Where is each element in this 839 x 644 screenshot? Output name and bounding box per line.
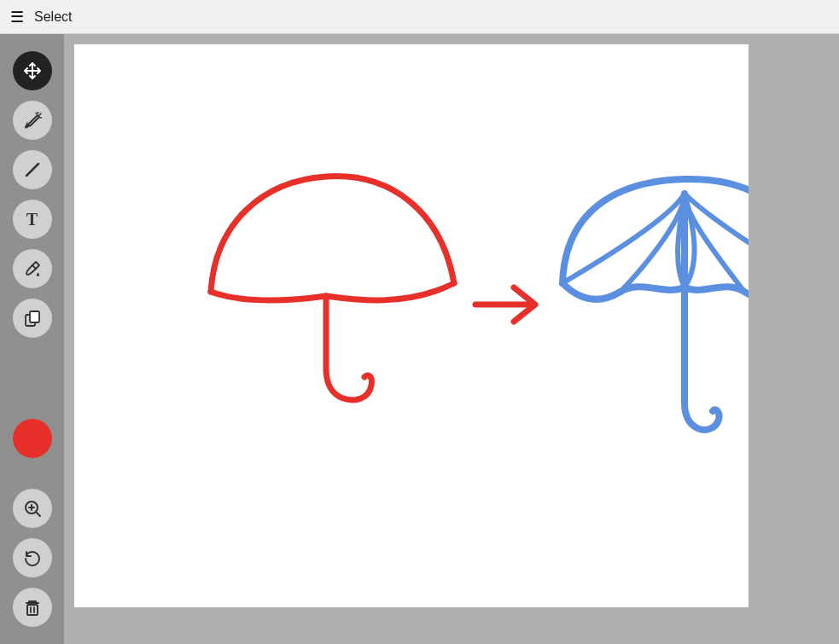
move-tool[interactable] bbox=[13, 51, 52, 90]
line-icon bbox=[23, 160, 42, 179]
move-icon bbox=[23, 61, 42, 80]
line-tool[interactable] bbox=[13, 150, 52, 189]
text-icon: T bbox=[26, 210, 38, 229]
trash-icon bbox=[23, 598, 42, 617]
fill-icon bbox=[23, 259, 42, 278]
svg-point-0 bbox=[25, 126, 27, 129]
copy-icon bbox=[23, 309, 42, 328]
menu-icon[interactable]: ☰ bbox=[10, 8, 24, 26]
fill-tool[interactable] bbox=[13, 249, 52, 288]
page-title: Select bbox=[34, 9, 72, 25]
svg-rect-4 bbox=[27, 605, 38, 615]
pen-tool[interactable] bbox=[13, 101, 52, 140]
header: ☰ Select bbox=[0, 0, 839, 34]
canvas-area bbox=[64, 34, 839, 644]
sidebar: T bbox=[0, 34, 64, 644]
drawing-svg bbox=[74, 44, 749, 607]
text-tool[interactable]: T bbox=[13, 200, 52, 239]
undo-icon bbox=[23, 548, 42, 567]
zoom-tool[interactable] bbox=[13, 489, 52, 528]
zoom-icon bbox=[23, 499, 42, 518]
svg-rect-2 bbox=[30, 311, 39, 322]
color-picker[interactable] bbox=[13, 419, 52, 458]
pen-icon bbox=[23, 111, 42, 130]
undo-button[interactable] bbox=[13, 538, 52, 577]
delete-button[interactable] bbox=[13, 588, 52, 627]
drawing-canvas[interactable] bbox=[74, 44, 749, 607]
copy-tool[interactable] bbox=[13, 299, 52, 338]
